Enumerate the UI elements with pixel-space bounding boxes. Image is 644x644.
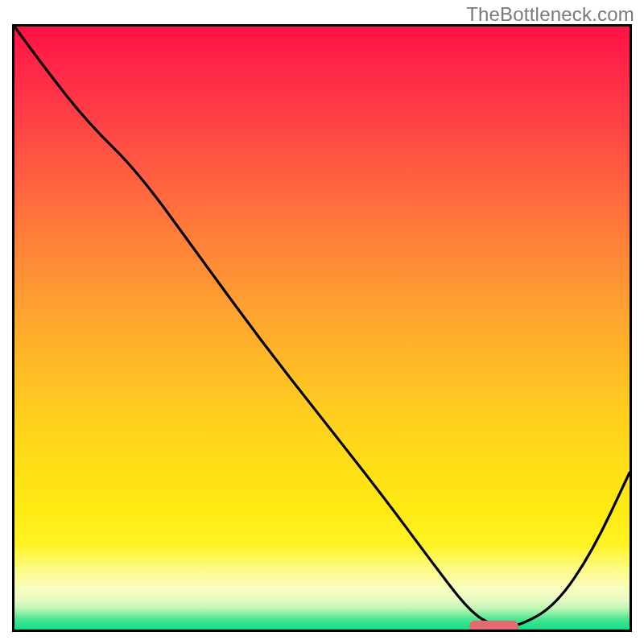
bottleneck-curve [14,27,630,630]
bottleneck-curve-path [14,27,630,626]
optimum-marker [469,621,518,632]
plot-area [12,24,632,632]
chart-stage: TheBottleneck.com [0,0,644,644]
watermark-text: TheBottleneck.com [466,3,634,26]
